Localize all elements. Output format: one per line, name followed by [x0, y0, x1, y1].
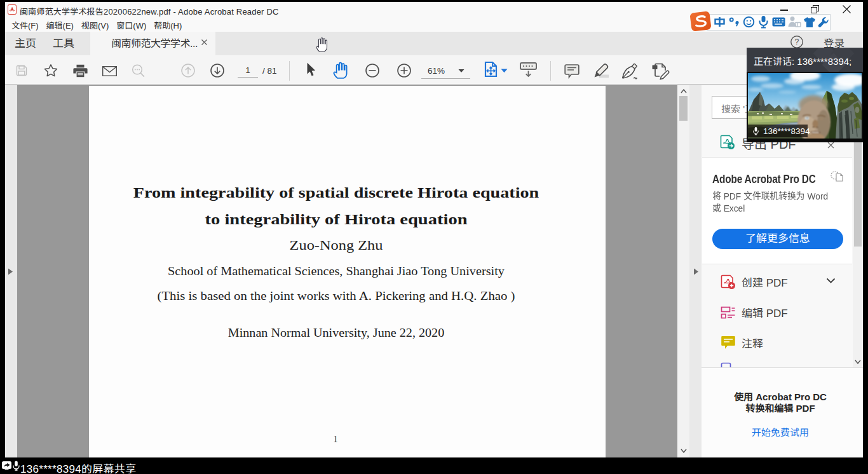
svg-text:136****8394: 136****8394 [763, 126, 810, 136]
svg-text:?: ? [795, 37, 799, 46]
